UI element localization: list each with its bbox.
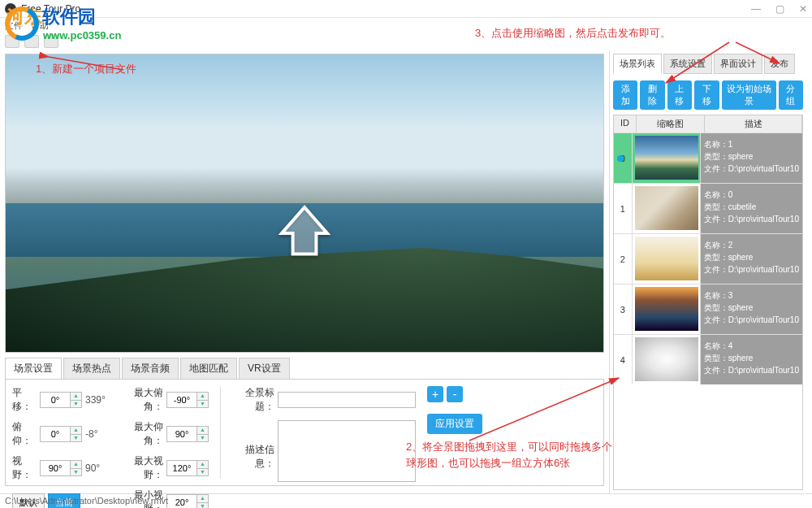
lbl-desc: 描述信息： bbox=[232, 443, 274, 471]
annotation-3: 3、点击使用缩略图，然后点击发布即可。 bbox=[475, 26, 671, 41]
spin-tilt[interactable]: ▲▼ bbox=[40, 426, 82, 442]
table-row[interactable]: 1 名称：0类型：cubetile文件：D:\pro\virtualTour10 bbox=[614, 183, 802, 233]
input-desc[interactable] bbox=[278, 420, 416, 482]
titlebar: Free Tour Pro — ▢ ✕ bbox=[0, 0, 812, 18]
rtab-ui-design[interactable]: 界面设计 bbox=[714, 54, 762, 74]
maximize-icon[interactable]: ▢ bbox=[775, 3, 784, 15]
tab-audio[interactable]: 场景音频 bbox=[122, 358, 179, 379]
lbl-fov: 视野： bbox=[12, 454, 37, 482]
spin-pan[interactable]: ▲▼ bbox=[40, 392, 82, 408]
table-row[interactable]: 4 名称：4类型：sphere文件：D:\pro\virtualTour10 bbox=[614, 334, 802, 384]
static-pan: 339° bbox=[85, 394, 110, 406]
annotation-1: 1、新建一个项目文件 bbox=[36, 62, 136, 76]
thumbnail-icon bbox=[635, 136, 698, 180]
menu-help[interactable]: 帮助 bbox=[31, 20, 49, 32]
spin-maxtilt[interactable]: ▲▼ bbox=[166, 392, 209, 408]
table-row[interactable]: 3 名称：3类型：sphere文件：D:\pro\virtualTour10 bbox=[614, 284, 802, 334]
rtab-scene-list[interactable]: 场景列表 bbox=[613, 54, 662, 74]
lbl-mintilt: 最大仰角： bbox=[121, 420, 163, 448]
btn-plus[interactable]: + bbox=[427, 386, 443, 402]
close-icon[interactable]: ✕ bbox=[799, 3, 807, 15]
lbl-tilt: 俯仰： bbox=[12, 420, 37, 448]
annotation-2: 2、将全景图拖拽到这里，可以同时拖拽多个球形图，也可以拖拽一组立方体6张 bbox=[406, 439, 613, 471]
panorama-viewport[interactable] bbox=[5, 54, 604, 353]
menubar: 文件 帮助 bbox=[0, 18, 812, 33]
window-title: Free Tour Pro bbox=[21, 3, 80, 15]
tab-map[interactable]: 地图匹配 bbox=[180, 358, 237, 379]
minimize-icon[interactable]: — bbox=[751, 3, 761, 15]
lbl-title: 全景标题： bbox=[232, 386, 274, 414]
lbl-pan: 平移： bbox=[12, 386, 37, 414]
thumbnail-icon bbox=[635, 237, 698, 280]
head-thumb: 缩略图 bbox=[637, 115, 705, 132]
head-desc: 描述 bbox=[705, 115, 802, 132]
static-fov: 90° bbox=[85, 462, 110, 474]
btn-delete[interactable]: 删除 bbox=[640, 80, 664, 110]
spin-maxfov[interactable]: ▲▼ bbox=[166, 460, 209, 476]
app-icon bbox=[5, 3, 16, 15]
lbl-maxfov: 最大视野： bbox=[121, 454, 163, 482]
rtab-publish[interactable]: 发布 bbox=[764, 54, 795, 74]
thumbnail-icon bbox=[635, 186, 698, 230]
tab-scene-settings[interactable]: 场景设置 bbox=[5, 358, 62, 379]
btn-group[interactable]: 分组 bbox=[779, 80, 803, 110]
tab-hotspot[interactable]: 场景热点 bbox=[63, 358, 120, 379]
toolbar-save-icon[interactable] bbox=[44, 35, 58, 48]
scene-table: ID 缩略图 描述 0 名称：1类型：sphere文件：D:\pro\virtu… bbox=[613, 115, 803, 490]
btn-minus[interactable]: - bbox=[447, 386, 463, 402]
btn-apply-settings[interactable]: 应用设置 bbox=[427, 414, 482, 434]
spin-mintilt[interactable]: ▲▼ bbox=[166, 426, 209, 442]
btn-set-initial[interactable]: 设为初始场景 bbox=[722, 80, 776, 110]
spin-minfov[interactable]: ▲▼ bbox=[166, 494, 209, 508]
menu-file[interactable]: 文件 bbox=[5, 20, 23, 32]
head-id: ID bbox=[614, 115, 637, 132]
nav-arrow-icon[interactable] bbox=[272, 201, 337, 266]
lbl-maxtilt: 最大俯角： bbox=[121, 386, 163, 414]
table-row[interactable]: 2 名称：2类型：sphere文件：D:\pro\virtualTour10 bbox=[614, 233, 802, 284]
btn-move-down[interactable]: 下移 bbox=[694, 80, 719, 110]
spin-fov[interactable]: ▲▼ bbox=[40, 460, 82, 476]
table-row[interactable]: 0 名称：1类型：sphere文件：D:\pro\virtualTour10 bbox=[614, 132, 802, 183]
tab-vr[interactable]: VR设置 bbox=[239, 358, 290, 379]
thumbnail-icon bbox=[635, 287, 698, 331]
thumbnail-icon bbox=[635, 337, 698, 381]
toolbar-open-icon[interactable] bbox=[24, 35, 39, 48]
static-tilt: -8° bbox=[85, 428, 110, 440]
input-title[interactable] bbox=[278, 392, 416, 408]
btn-add[interactable]: 添加 bbox=[613, 80, 637, 110]
btn-move-up[interactable]: 上移 bbox=[667, 80, 692, 110]
toolbar-new-icon[interactable] bbox=[5, 35, 19, 48]
rtab-system[interactable]: 系统设置 bbox=[663, 54, 712, 74]
toolbar bbox=[0, 33, 812, 50]
